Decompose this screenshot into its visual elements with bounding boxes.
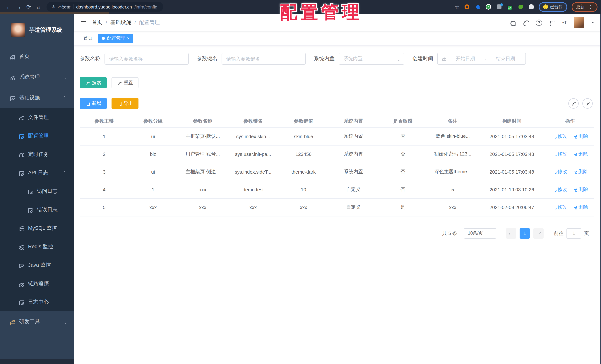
column-header: 系统内置 [329, 115, 378, 127]
database-icon [18, 225, 24, 231]
tab-config-mgmt[interactable]: 配置管理 × [98, 33, 133, 43]
help-icon[interactable]: ? [536, 19, 542, 26]
edit-link[interactable]: 修改 [552, 186, 567, 193]
cell-id: 4 [80, 181, 129, 198]
address-divider [73, 4, 74, 9]
extension-cn-icon[interactable] [507, 4, 513, 10]
sidebar-item-access-logs[interactable]: 访问日志 [0, 182, 74, 201]
edit-link[interactable]: 修改 [552, 133, 567, 140]
date-range-picker[interactable]: 开始日期 - 结束日期 [437, 53, 526, 65]
sidebar-item-file-mgmt[interactable]: 文件管理 [0, 108, 74, 127]
close-icon[interactable]: × [127, 36, 130, 41]
builtin-select[interactable]: 系统内置 [339, 53, 404, 65]
cell-group: xxx [129, 198, 178, 216]
toggle-search-button[interactable] [568, 98, 579, 109]
next-page-button[interactable] [533, 228, 544, 238]
sidebar-logo-row[interactable]: 芋道管理系统 [0, 14, 74, 46]
browser-home-button[interactable]: ⌂ [34, 2, 44, 12]
current-page-button[interactable]: 1 [520, 228, 530, 238]
page-size-select[interactable]: 10条/页 [464, 228, 496, 238]
search-button[interactable]: 搜索 [80, 77, 107, 88]
chevron-up-icon [63, 171, 67, 175]
browser-back-button[interactable]: ← [4, 2, 14, 12]
extension-leaf-icon[interactable] [518, 4, 523, 10]
breadcrumb-separator: / [134, 20, 136, 25]
param-name-input[interactable] [104, 53, 189, 65]
browser-menu-icon[interactable]: ⋮ [588, 4, 593, 10]
font-size-icon[interactable]: tT [562, 20, 567, 25]
hamburger-icon[interactable] [80, 19, 86, 26]
column-header: 参数键名 [228, 115, 278, 127]
delete-link-label: 删除 [579, 133, 588, 140]
breadcrumb-infrastructure[interactable]: 基础设施 [110, 19, 131, 26]
cell-id: 1 [80, 127, 129, 145]
delete-link-label: 删除 [579, 186, 588, 193]
github-icon[interactable] [522, 19, 529, 26]
cell-key: sys.index.sideT... [228, 163, 278, 181]
pencil-icon [552, 152, 556, 156]
sidebar-item-infrastructure[interactable]: 基础设施 [0, 88, 74, 108]
column-header: 参数键值 [278, 115, 329, 127]
sidebar-item-tracing[interactable]: 链路追踪 [0, 274, 74, 293]
builtin-label: 系统内置 [314, 55, 335, 62]
avatar[interactable] [574, 17, 584, 28]
reset-button[interactable]: 重置 [111, 77, 139, 88]
cell-name: 用户管理-账号... [177, 145, 228, 163]
extension-green-check-icon[interactable]: ✓ [485, 4, 491, 10]
edit-link[interactable]: 修改 [552, 204, 567, 211]
sidebar-item-home[interactable]: 首页 [0, 46, 74, 67]
delete-link[interactable]: 删除 [573, 204, 588, 211]
search-icon[interactable] [509, 19, 516, 26]
add-button[interactable]: 新增 [80, 98, 107, 109]
goto-page-input[interactable] [566, 228, 581, 238]
sidebar-item-scheduled-tasks[interactable]: 定时任务 [0, 145, 74, 164]
delete-link[interactable]: 删除 [573, 133, 588, 140]
sidebar-item-config-mgmt[interactable]: 配置管理 [0, 127, 74, 145]
sidebar-item-log-center[interactable]: 日志中心 [0, 293, 74, 311]
sidebar-footer-strip [0, 359, 74, 364]
tab-home[interactable]: 首页 [80, 33, 96, 43]
extension-puzzle-icon[interactable] [528, 4, 534, 10]
column-header: 参数分组 [129, 115, 178, 127]
fullscreen-icon[interactable] [549, 19, 555, 26]
sidebar-item-label: 日志中心 [28, 299, 49, 305]
delete-link[interactable]: 删除 [573, 151, 588, 157]
paused-badge[interactable]: 已暂停 [539, 2, 567, 12]
refresh-table-button[interactable] [582, 98, 593, 109]
sidebar-item-mysql-monitor[interactable]: MySQL 监控 [0, 219, 74, 237]
refresh-icon [117, 81, 121, 85]
cell-group: ui [129, 163, 178, 181]
sidebar-item-system-mgmt[interactable]: 系统管理 [0, 67, 74, 88]
start-date-placeholder: 开始日期 [449, 55, 482, 62]
sidebar-item-error-logs[interactable]: 错误日志 [0, 201, 74, 219]
cell-actions: 修改 删除 [546, 181, 594, 198]
sidebar-item-dev-tools[interactable]: 研发工具 [0, 311, 74, 332]
sidebar-item-label: 链路追踪 [28, 280, 49, 287]
prev-page-button[interactable] [506, 228, 516, 238]
browser-reload-button[interactable]: ⟳ [24, 2, 34, 12]
bookmark-star-icon[interactable]: ☆ [455, 3, 460, 10]
sidebar-item-label: 系统管理 [19, 74, 40, 81]
sidebar-item-redis-monitor[interactable]: Redis 监控 [0, 237, 74, 256]
edit-link[interactable]: 修改 [552, 168, 567, 175]
log-icon [18, 170, 24, 176]
delete-link[interactable]: 删除 [573, 186, 588, 193]
update-badge[interactable]: 更新 ⋮ [572, 2, 598, 12]
address-bar[interactable]: ⚠ 不安全 dashboard.yudao.iocoder.cn/infra/c… [47, 2, 163, 12]
sidebar-item-api-logs[interactable]: API 日志 [0, 164, 74, 182]
column-header: 参数名称 [177, 115, 228, 127]
param-key-input[interactable] [221, 53, 306, 65]
extension-pin-icon[interactable] [475, 4, 481, 10]
delete-link[interactable]: 删除 [573, 168, 588, 175]
sidebar-item-java-monitor[interactable]: Java 监控 [0, 256, 74, 274]
extension-orange-icon[interactable] [464, 4, 470, 10]
edit-link[interactable]: 修改 [552, 151, 567, 157]
user-menu-caret-icon[interactable] [591, 22, 594, 25]
cloud-icon [18, 115, 24, 120]
table-row: 4 1 xxx demo.test 10 自定义 否 5 2021-01-19 … [80, 181, 594, 198]
browser-forward-button[interactable]: → [14, 2, 24, 12]
export-button[interactable]: 导出 [111, 98, 139, 109]
cell-group: 1 [129, 181, 178, 198]
extension-gray-icon[interactable] [496, 4, 502, 10]
breadcrumb-home[interactable]: 首页 [92, 19, 102, 26]
